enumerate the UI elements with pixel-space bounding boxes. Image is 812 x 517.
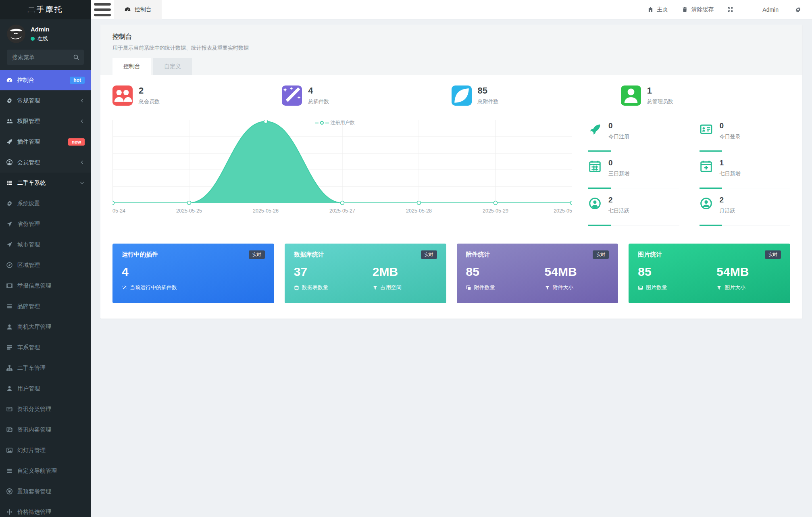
new-badge: new	[68, 138, 85, 146]
home-link[interactable]: 主页	[648, 6, 668, 13]
sidebar-item-top-package[interactable]: 置顶套餐管理	[0, 481, 91, 502]
mini-stat-7day-active: 2 七日活跃	[588, 194, 679, 231]
stat-label: 总附件数	[478, 98, 499, 105]
tab-dashboard[interactable]: 控制台	[114, 0, 162, 19]
location-arrow-icon	[6, 221, 13, 227]
sidebar-item-province[interactable]: 省份管理	[0, 214, 91, 234]
tab-console[interactable]: 控制台	[112, 58, 151, 75]
stat-value: 1	[647, 86, 673, 95]
hamburger-icon[interactable]	[91, 0, 114, 19]
card-attachment-stats: 附件统计 实时 85 附件数量 54MB	[457, 244, 618, 303]
main-content: 控制台 用于展示当前系统中的统计数据、统计报表及重要实时数据 控制台 自定义 2…	[91, 19, 812, 517]
gauge-icon	[124, 6, 131, 13]
magic-icon	[122, 285, 127, 290]
sidebar-item-addon[interactable]: 插件管理 new	[0, 131, 91, 152]
mini-stat-month-active: 2 月活跃	[700, 194, 791, 231]
menu-search-input[interactable]	[7, 50, 84, 65]
move-icon	[6, 509, 13, 515]
area-chart	[112, 120, 572, 206]
sidebar-item-news-category[interactable]: 资讯分类管理	[0, 399, 91, 419]
legend-marker-icon	[320, 121, 324, 125]
chevron-left-icon	[79, 119, 85, 124]
mini-stat-today-register: 0 今日注册	[588, 120, 679, 157]
user-menu[interactable]: Admin	[762, 6, 779, 13]
chart-legend: 注册用户数	[315, 119, 355, 126]
clear-cache-button[interactable]: 清除缓存	[682, 6, 714, 13]
brand-title: 二手摩托	[0, 0, 91, 19]
location-arrow-icon	[6, 241, 13, 248]
calendar-icon	[588, 160, 602, 173]
realtime-badge: 实时	[765, 250, 781, 259]
user-icon	[6, 323, 13, 330]
top-navbar: 控制台 主页 清除缓存 Admin	[91, 0, 812, 19]
panel-tabs: 控制台 自定义	[112, 58, 790, 75]
sidebar-item-business-hall[interactable]: 商机大厅管理	[0, 317, 91, 337]
funnel-icon	[373, 285, 378, 290]
sitemap-icon	[6, 365, 13, 371]
rocket-icon	[588, 123, 602, 136]
sidebar-item-news-content[interactable]: 资讯内容管理	[0, 419, 91, 440]
user-status: 在线	[37, 35, 48, 42]
sidebar-item-system-config[interactable]: 系统设置	[0, 193, 91, 214]
rocket-icon	[6, 138, 13, 145]
stat-total-addons: 4 总插件数	[282, 85, 451, 106]
sidebar-item-member[interactable]: 会员管理	[0, 152, 91, 173]
home-icon	[648, 6, 654, 13]
sidebar: 二手摩托 Admin 在线 控制台 hot 常规管理 权限管理	[0, 0, 91, 517]
sidebar-item-usedcar[interactable]: 二手车管理	[0, 358, 91, 378]
hot-badge: hot	[70, 77, 85, 84]
stat-total-admins: 1 总管理员数	[621, 85, 790, 106]
heart-circle-icon	[6, 488, 13, 495]
trash-icon	[682, 6, 688, 13]
stat-value: 2	[139, 86, 160, 95]
sidebar-item-slideshow[interactable]: 幻灯片管理	[0, 440, 91, 461]
bars-icon	[6, 467, 13, 474]
sidebar-item-dashboard[interactable]: 控制台 hot	[0, 70, 91, 90]
stats-row: 2 总会员数 4 总插件数 85 总附件数	[112, 85, 790, 106]
magic-icon	[282, 85, 302, 106]
registered-users-chart: 注册用户数	[112, 120, 572, 231]
sidebar-item-custom-nav[interactable]: 自定义导航管理	[0, 461, 91, 481]
chevron-left-icon	[79, 98, 85, 103]
users-icon	[6, 118, 13, 125]
fullscreen-button[interactable]	[727, 6, 733, 13]
stat-value: 4	[308, 86, 329, 95]
sidebar-item-general[interactable]: 常规管理	[0, 90, 91, 111]
user-icon	[621, 85, 641, 106]
sidebar-menu: 控制台 hot 常规管理 权限管理 插件管理 new 会员管理 二手车系统	[0, 70, 91, 517]
card-image-stats: 图片统计 实时 85 图片数量 54MB	[629, 244, 790, 303]
mini-stat-today-login: 0 今日登录	[700, 120, 791, 157]
list-icon	[6, 179, 13, 186]
sidebar-item-city[interactable]: 城市管理	[0, 234, 91, 255]
user-icon	[6, 385, 13, 392]
bars-icon	[6, 303, 13, 310]
sidebar-item-usedcar-system[interactable]: 二手车系统	[0, 173, 91, 193]
card-running-addons: 运行中的插件 实时 4 当前运行中的插件数	[112, 244, 274, 303]
sidebar-item-price-filter[interactable]: 价格筛选管理	[0, 502, 91, 517]
leaf-icon	[452, 85, 472, 106]
gear-icon[interactable]	[795, 6, 802, 13]
database-icon	[294, 285, 299, 290]
sidebar-item-brand[interactable]: 品牌管理	[0, 296, 91, 317]
sidebar-item-report[interactable]: 举报信息管理	[0, 275, 91, 296]
stat-total-attachments: 85 总附件数	[452, 85, 621, 106]
sidebar-item-auth[interactable]: 权限管理	[0, 111, 91, 131]
chevron-down-icon	[79, 180, 85, 186]
sidebar-item-car-series[interactable]: 车系管理	[0, 337, 91, 358]
stat-label: 总插件数	[308, 98, 329, 105]
stat-value: 85	[478, 86, 499, 95]
sidebar-item-area[interactable]: 区域管理	[0, 255, 91, 275]
id-card-icon	[700, 123, 713, 136]
copy-icon	[466, 285, 471, 290]
avatar	[7, 25, 25, 43]
newspaper-icon	[6, 426, 13, 433]
sidebar-item-users-manage[interactable]: 用户管理	[0, 378, 91, 399]
online-status-icon	[31, 37, 35, 41]
mini-stat-7day-new: 1 七日新增	[700, 157, 791, 194]
page-title: 控制台	[112, 33, 790, 41]
tab-custom[interactable]: 自定义	[153, 58, 192, 75]
realtime-badge: 实时	[421, 250, 437, 259]
calendar-plus-icon	[700, 160, 713, 173]
chart-x-axis: 05-24 2025-05-25 2025-05-26 2025-05-27 2…	[112, 208, 572, 217]
panel-heading: 控制台 用于展示当前系统中的统计数据、统计报表及重要实时数据 控制台 自定义	[100, 25, 802, 75]
